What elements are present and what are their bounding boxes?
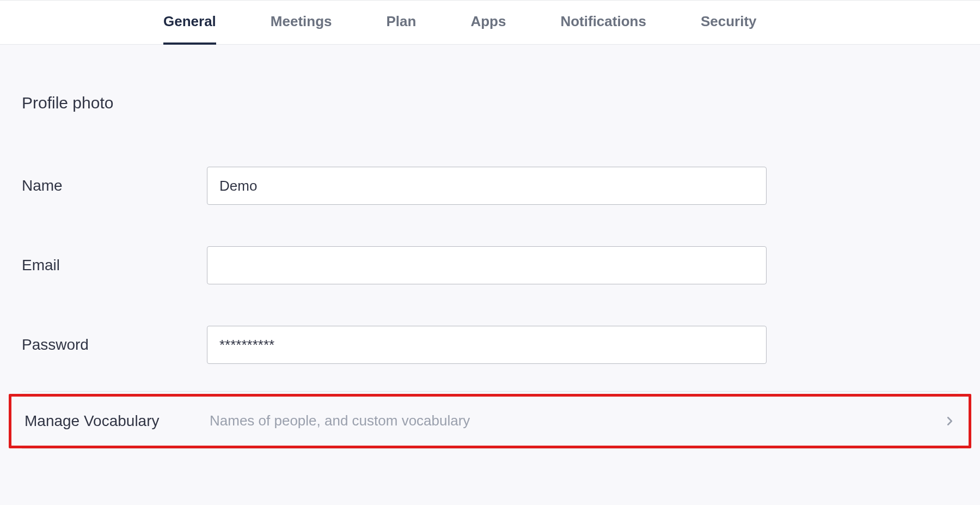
email-row: Email xyxy=(22,246,958,284)
profile-photo-label: Profile photo xyxy=(22,94,958,112)
tab-meetings[interactable]: Meetings xyxy=(271,1,332,44)
email-label: Email xyxy=(22,257,207,274)
tab-general[interactable]: General xyxy=(163,1,216,44)
password-label: Password xyxy=(22,336,207,354)
name-label: Name xyxy=(22,177,207,194)
tab-plan[interactable]: Plan xyxy=(387,1,416,44)
email-input[interactable] xyxy=(207,246,767,284)
tab-notifications[interactable]: Notifications xyxy=(560,1,646,44)
name-input[interactable] xyxy=(207,167,767,205)
section-divider xyxy=(22,391,958,392)
password-input[interactable] xyxy=(207,326,767,364)
chevron-right-icon xyxy=(944,415,955,427)
settings-tabs: General Meetings Plan Apps Notifications… xyxy=(0,0,980,45)
tab-apps[interactable]: Apps xyxy=(470,1,506,44)
manage-vocabulary-row[interactable]: Manage Vocabulary Names of people, and c… xyxy=(9,394,971,448)
settings-general-panel: Profile photo Name Email Password Manage… xyxy=(0,45,980,505)
password-row: Password xyxy=(22,326,958,364)
manage-vocabulary-title: Manage Vocabulary xyxy=(24,412,210,430)
name-row: Name xyxy=(22,167,958,205)
tab-security[interactable]: Security xyxy=(701,1,757,44)
section-divider-bottom xyxy=(22,448,958,449)
manage-vocabulary-desc: Names of people, and custom vocabulary xyxy=(210,412,944,429)
